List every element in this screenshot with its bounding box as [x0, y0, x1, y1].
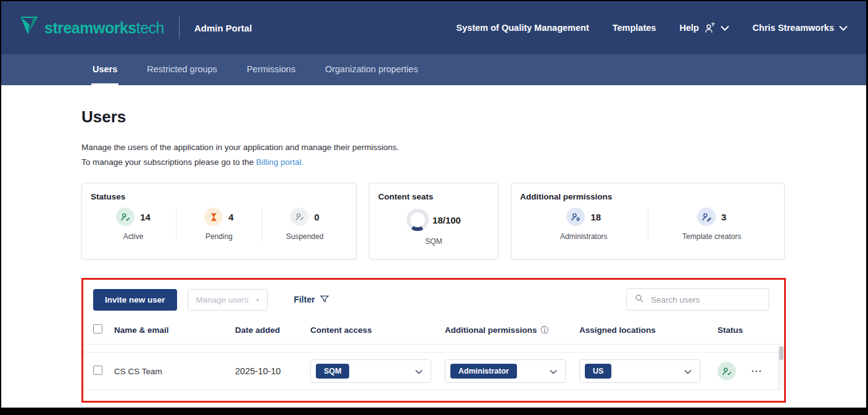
seats-label: SQM [378, 237, 489, 246]
search-icon [634, 293, 644, 306]
user-menu[interactable]: Chris Streamworks [753, 23, 848, 33]
stat-administrators: 18 Administrators [520, 208, 648, 241]
tab-permissions[interactable]: Permissions [246, 54, 297, 85]
billing-portal-link[interactable]: Billing portal. [256, 157, 304, 167]
user-chevron-down-icon [839, 25, 848, 31]
chevron-down-icon [684, 366, 692, 377]
table-body-viewport: CS CS Team 2025-10-10 SQM Administrator [83, 344, 784, 390]
table-scrollbar[interactable] [778, 345, 784, 390]
help-menu[interactable]: Help ? [679, 22, 729, 34]
header-content-access: Content access [310, 325, 445, 335]
invite-new-user-button[interactable]: Invite new user [93, 289, 177, 311]
seats-value: 18/100 [432, 215, 461, 225]
header-assigned-locations: Assigned locations [579, 325, 717, 335]
table-toolbar: Invite new user Manage users ▾ Filter [83, 280, 784, 318]
filter-label: Filter [294, 295, 315, 304]
row-spacer [83, 345, 784, 353]
pending-label: Pending [205, 232, 233, 241]
template-creators-count: 3 [721, 212, 726, 222]
summary-cards: Statuses 14 Active [81, 183, 786, 259]
suspended-label: Suspended [286, 232, 324, 241]
logo-text-tech: tech [136, 19, 164, 36]
user-edit-icon [697, 208, 716, 226]
tab-users[interactable]: Users [91, 54, 118, 85]
section-tabs: Users Restricted groups Permissions Orga… [1, 54, 866, 85]
search-users-box[interactable] [626, 288, 769, 311]
active-count: 14 [140, 212, 151, 222]
scrollbar-thumb[interactable] [779, 346, 783, 360]
subscription-text: To manage your subscriptions please go t… [81, 157, 254, 167]
topbar-divider [179, 17, 180, 39]
content-access-select[interactable]: SQM [310, 359, 431, 383]
stat-active: 14 Active [91, 208, 176, 241]
hourglass-icon [204, 208, 223, 226]
header-name-email: Name & email [114, 325, 235, 335]
users-table-panel: Invite new user Manage users ▾ Filter [81, 278, 786, 403]
tab-organization-properties[interactable]: Organization properties [324, 54, 420, 85]
svg-text:?: ? [711, 22, 714, 27]
header-status: Status [717, 325, 774, 335]
top-navbar: streamworkstech Admin Portal System of Q… [1, 1, 866, 54]
help-person-question-icon: ? [704, 22, 716, 34]
manage-users-dropdown-button[interactable]: Manage users ▾ [188, 289, 268, 311]
logo-icon [17, 15, 39, 40]
chevron-down-icon [550, 366, 557, 377]
table-row[interactable]: CS CS Team 2025-10-10 SQM Administrator [83, 353, 784, 390]
stat-template-creators: 3 Template creators [648, 208, 776, 241]
manage-users-label: Manage users [196, 295, 249, 304]
cell-status: ⋯ [717, 362, 774, 380]
additional-permissions-card: Additional permissions 18 [511, 183, 785, 259]
filter-button[interactable]: Filter [294, 294, 329, 306]
chevron-down-icon [415, 366, 423, 377]
cell-date-added: 2025-10-10 [235, 366, 310, 376]
tab-restricted-groups[interactable]: Restricted groups [146, 54, 218, 85]
content-seats-card: Content seats 18/100 SQM [369, 183, 498, 259]
user-name: Chris Streamworks [753, 23, 834, 33]
page-description: Manage the users of the application in y… [81, 143, 786, 152]
table-header-row: Name & email Date added Content access A… [83, 318, 784, 344]
header-date-added: Date added [235, 325, 310, 335]
main-content: Users Manage the users of the applicatio… [1, 107, 866, 403]
page-title: Users [81, 107, 786, 127]
user-slash-icon [290, 208, 308, 226]
suspended-count: 0 [314, 212, 319, 222]
statuses-card: Statuses 14 Active [81, 183, 357, 259]
help-label: Help [679, 23, 698, 33]
user-admin-icon [566, 208, 585, 226]
info-icon[interactable]: ⓘ [540, 325, 548, 336]
active-label: Active [123, 232, 144, 241]
additional-permissions-pill: Administrator [450, 364, 517, 379]
subscription-note: To manage your subscriptions please go t… [81, 157, 786, 167]
app-window: streamworkstech Admin Portal System of Q… [0, 0, 868, 415]
manage-users-chevron-icon: ▾ [256, 296, 259, 303]
nav-system-of-quality-management[interactable]: System of Quality Management [457, 23, 589, 33]
cell-user-name: CS CS Team [114, 367, 235, 376]
help-chevron-down-icon [721, 25, 729, 31]
additional-permissions-select[interactable]: Administrator [445, 359, 566, 383]
administrators-count: 18 [590, 212, 601, 222]
additional-permissions-title: Additional permissions [520, 192, 775, 201]
filter-funnel-icon [320, 294, 329, 306]
assigned-locations-select[interactable]: US [579, 359, 700, 383]
content-access-pill: SQM [316, 364, 349, 379]
pending-count: 4 [228, 212, 233, 222]
row-checkbox[interactable] [93, 366, 102, 375]
product-title: Admin Portal [194, 23, 252, 33]
logo[interactable]: streamworkstech [17, 15, 164, 40]
assigned-locations-pill: US [585, 364, 611, 379]
search-users-input[interactable] [650, 295, 761, 305]
nav-templates[interactable]: Templates [613, 23, 656, 33]
logo-text-stream: streamworks [44, 19, 136, 36]
header-additional-permissions: Additional permissions ⓘ [445, 325, 579, 336]
bottom-black-bar [1, 408, 866, 415]
administrators-label: Administrators [560, 232, 608, 241]
user-check-icon [116, 208, 134, 226]
stat-suspended: 0 Suspended [262, 208, 347, 241]
topbar-nav: System of Quality Management Templates H… [457, 22, 848, 34]
status-active-icon [717, 362, 736, 380]
stat-pending: 4 Pending [176, 208, 262, 241]
select-all-checkbox[interactable] [93, 324, 102, 333]
statuses-card-title: Statuses [91, 192, 347, 201]
template-creators-label: Template creators [682, 232, 741, 241]
row-more-menu-icon[interactable]: ⋯ [751, 366, 762, 377]
